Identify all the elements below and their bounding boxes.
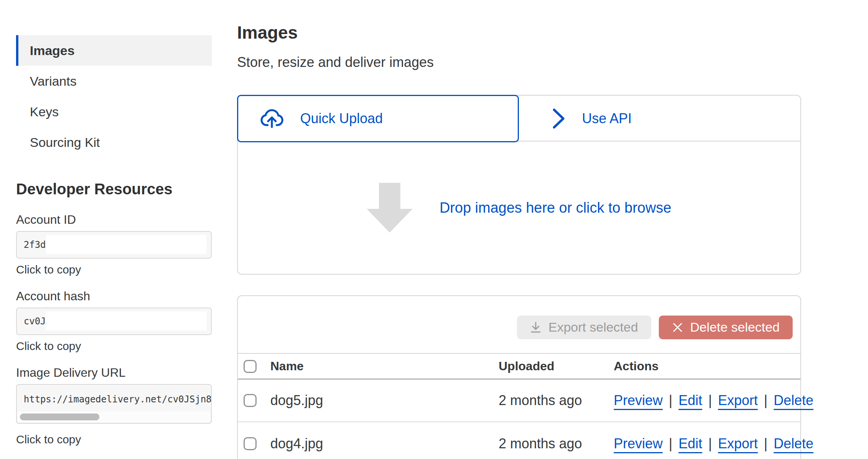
image-name: dog5.jpg bbox=[270, 392, 499, 409]
account-hash-label: Account hash bbox=[16, 289, 90, 303]
edit-link[interactable]: Edit bbox=[678, 436, 702, 451]
delete-selected-button[interactable]: Delete selected bbox=[659, 316, 793, 339]
sidebar: Images Variants Keys Sourcing Kit Develo… bbox=[16, 0, 212, 459]
tab-label: Quick Upload bbox=[300, 111, 383, 127]
sidebar-item-label: Images bbox=[30, 43, 75, 58]
developer-resources-heading: Developer Resources bbox=[16, 181, 172, 198]
separator bbox=[764, 436, 767, 451]
select-all-checkbox[interactable] bbox=[244, 360, 257, 373]
account-id-field[interactable]: 2f3d bbox=[16, 231, 212, 259]
sidebar-item-label: Sourcing Kit bbox=[30, 135, 100, 150]
table-row: dog5.jpg 2 months ago PreviewEditExportD… bbox=[238, 379, 800, 422]
dropzone-text: Drop images here or click to browse bbox=[439, 200, 671, 216]
sidebar-item-label: Keys bbox=[30, 104, 59, 119]
click-to-copy-hint: Click to copy bbox=[16, 340, 81, 353]
page-subtitle: Store, resize and deliver images bbox=[237, 54, 434, 70]
account-id-value: 2f3d bbox=[24, 239, 46, 250]
dropzone[interactable]: Drop images here or click to browse bbox=[238, 142, 800, 274]
redaction-overlay bbox=[46, 235, 206, 254]
preview-link[interactable]: Preview bbox=[614, 436, 663, 451]
account-hash-value: cv0J bbox=[24, 316, 46, 327]
account-hash-field[interactable]: cv0J bbox=[16, 308, 212, 335]
column-header-name: Name bbox=[270, 359, 499, 373]
scrollbar-track bbox=[18, 412, 210, 422]
export-selected-button[interactable]: Export selected bbox=[517, 316, 651, 339]
preview-link[interactable]: Preview bbox=[614, 392, 663, 408]
sidebar-item-keys[interactable]: Keys bbox=[16, 96, 212, 127]
table-row: dog4.jpg 2 months ago PreviewEditExportD… bbox=[238, 422, 800, 459]
upload-tabs: Quick Upload Use API bbox=[238, 96, 800, 142]
account-id-label: Account ID bbox=[16, 213, 76, 227]
delivery-url-label: Image Delivery URL bbox=[16, 366, 125, 380]
sidebar-item-label: Variants bbox=[30, 74, 76, 89]
tab-use-api[interactable]: Use API bbox=[520, 96, 800, 142]
row-actions: PreviewEditExportDelete bbox=[614, 436, 813, 452]
image-name: dog4.jpg bbox=[270, 436, 499, 452]
export-link[interactable]: Export bbox=[718, 436, 758, 451]
delete-link[interactable]: Delete bbox=[774, 392, 813, 408]
uploaded-time: 2 months ago bbox=[499, 436, 614, 452]
redaction-overlay bbox=[46, 311, 206, 330]
delete-selected-label: Delete selected bbox=[690, 320, 780, 335]
sidebar-item-variants[interactable]: Variants bbox=[16, 66, 212, 96]
edit-link[interactable]: Edit bbox=[678, 392, 702, 408]
chevron-right-icon bbox=[552, 107, 565, 130]
horizontal-scrollbar[interactable] bbox=[20, 413, 99, 420]
separator bbox=[708, 392, 712, 408]
export-link[interactable]: Export bbox=[718, 392, 758, 408]
uploaded-time: 2 months ago bbox=[499, 392, 614, 409]
list-toolbar: Export selected Delete selected bbox=[238, 296, 800, 354]
separator bbox=[708, 436, 712, 451]
column-header-actions: Actions bbox=[614, 359, 800, 373]
delete-link[interactable]: Delete bbox=[774, 436, 813, 451]
sidebar-item-images[interactable]: Images bbox=[16, 35, 212, 66]
tab-quick-upload[interactable]: Quick Upload bbox=[237, 95, 519, 142]
main-content: Images Store, resize and deliver images … bbox=[237, 0, 801, 459]
click-to-copy-hint: Click to copy bbox=[16, 433, 81, 446]
images-dashboard-page: Images Variants Keys Sourcing Kit Develo… bbox=[0, 0, 868, 459]
click-to-copy-hint: Click to copy bbox=[16, 263, 81, 276]
tab-label: Use API bbox=[582, 111, 632, 127]
page-title: Images bbox=[237, 22, 298, 43]
separator bbox=[669, 436, 672, 451]
table-header-row: Name Uploaded Actions bbox=[238, 354, 800, 379]
separator bbox=[669, 392, 672, 408]
row-checkbox[interactable] bbox=[244, 394, 257, 407]
delivery-url-value: https://imagedelivery.net/cv0JSjn8 bbox=[24, 394, 211, 405]
export-selected-label: Export selected bbox=[548, 320, 638, 335]
delivery-url-field[interactable]: https://imagedelivery.net/cv0JSjn8 bbox=[16, 384, 212, 424]
image-list-card: Export selected Delete selected Name Upl… bbox=[237, 295, 801, 459]
cloud-upload-icon bbox=[260, 108, 286, 129]
column-header-uploaded: Uploaded bbox=[499, 359, 614, 373]
row-actions: PreviewEditExportDelete bbox=[614, 392, 813, 409]
row-checkbox[interactable] bbox=[244, 437, 257, 450]
x-icon bbox=[672, 322, 683, 333]
upload-card: Quick Upload Use API Drop images here or… bbox=[237, 95, 801, 275]
separator bbox=[764, 392, 767, 408]
download-icon bbox=[530, 321, 541, 334]
sidebar-item-sourcing-kit[interactable]: Sourcing Kit bbox=[16, 127, 212, 158]
arrow-down-icon bbox=[367, 183, 413, 233]
